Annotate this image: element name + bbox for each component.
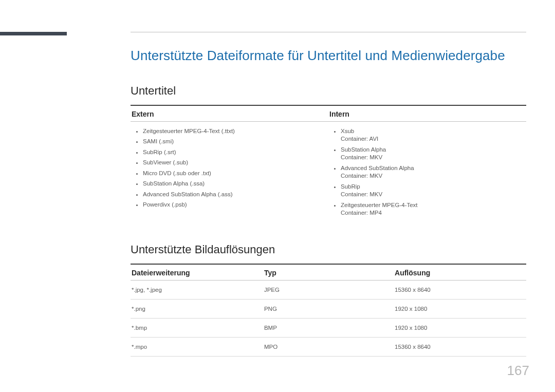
cell-ext: *.jpg, *.jpeg [131,281,263,299]
cell-type: MPO [263,338,394,356]
extern-col: Zeitgesteuerter MPEG-4-Text (.ttxt)SAMI … [131,122,328,228]
list-item: Zeitgesteuerter MPEG-4-TextContainer: MP… [341,200,526,218]
list-item-sub: Container: MKV [341,154,526,162]
list-item: SubStation AlphaContainer: MKV [341,144,526,163]
side-tab-bar [0,32,67,35]
list-item: SubStation Alpha (.ssa) [143,179,328,190]
intern-col: XsubContainer: AVISubStation AlphaContai… [328,122,526,228]
col-head-ext: Dateierweiterung [131,265,263,280]
list-item: Zeitgesteuerter MPEG-4-Text (.ttxt) [143,126,328,137]
section-heading-resolutions: Unterstützte Bildauflösungen [131,243,526,256]
page-content: Unterstützte Dateiformate für Untertitel… [131,32,526,357]
list-item: SubRipContainer: MKV [341,181,526,200]
resolutions-header-row: Dateierweiterung Typ Auflösung [131,265,526,281]
subtitles-header-row: Extern Intern [131,106,526,122]
list-item: SAMI (.smi) [143,137,328,147]
table-row: *.jpg, *.jpegJPEG15360 x 8640 [131,281,526,300]
list-item-sub: Container: MKV [341,172,526,180]
subtitles-table: Extern Intern Zeitgesteuerter MPEG-4-Tex… [131,105,526,228]
cell-type: PNG [263,300,394,318]
list-item: SubRip (.srt) [143,147,328,158]
page-title: Unterstützte Dateiformate für Untertitel… [131,48,526,64]
col-head-res: Auflösung [394,265,526,280]
col-head-intern: Intern [328,106,526,121]
cell-res: 15360 x 8640 [394,338,526,356]
top-rule [131,32,526,32]
cell-ext: *.bmp [131,319,263,337]
cell-ext: *.mpo [131,338,263,356]
cell-res: 1920 x 1080 [394,319,526,337]
list-item: Advanced SubStation AlphaContainer: MKV [341,163,526,181]
table-row: *.mpoMPO15360 x 8640 [131,338,526,357]
list-item: Powerdivx (.psb) [143,200,328,211]
list-item-sub: Container: AVI [341,135,526,143]
page-number: 167 [507,363,529,379]
list-item-sub: Container: MP4 [341,209,526,217]
subtitles-body-row: Zeitgesteuerter MPEG-4-Text (.ttxt)SAMI … [131,122,526,228]
col-head-extern: Extern [131,106,328,121]
list-item: Advanced SubStation Alpha (.ass) [143,189,328,200]
table-row: *.pngPNG1920 x 1080 [131,300,526,319]
cell-res: 1920 x 1080 [394,300,526,318]
list-item: Micro DVD (.sub oder .txt) [143,168,328,179]
table-row: *.bmpBMP1920 x 1080 [131,319,526,338]
list-item: SubViewer (.sub) [143,158,328,169]
cell-ext: *.png [131,300,263,318]
section-heading-subtitles: Untertitel [131,84,526,98]
list-item: XsubContainer: AVI [341,126,526,144]
cell-res: 15360 x 8640 [394,281,526,299]
resolutions-table: Dateierweiterung Typ Auflösung *.jpg, *.… [131,264,526,357]
cell-type: JPEG [263,281,394,299]
cell-type: BMP [263,319,394,337]
col-head-type: Typ [263,265,394,280]
list-item-sub: Container: MKV [341,191,526,199]
